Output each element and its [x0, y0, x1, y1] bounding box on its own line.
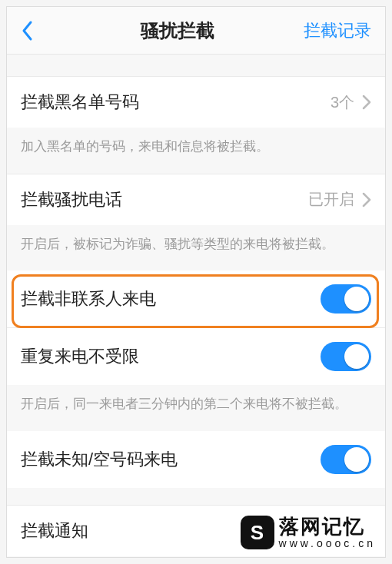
- watermark-icon: S: [241, 516, 274, 549]
- row-blacklist-right: 3个: [331, 92, 371, 113]
- row-noncontact: 拦截非联系人来电: [7, 270, 385, 327]
- watermark-text: 落网记忆 www.oooc.cn: [279, 516, 376, 549]
- back-chevron-icon: [21, 20, 33, 41]
- watermark-title: 落网记忆: [279, 516, 376, 536]
- toggle-unknown[interactable]: [321, 445, 371, 474]
- toggle-knob: [344, 344, 369, 369]
- row-notify-label: 拦截通知: [21, 519, 88, 542]
- chevron-right-icon: [362, 192, 371, 207]
- row-harass[interactable]: 拦截骚扰电话 已开启: [7, 174, 385, 225]
- row-harass-label: 拦截骚扰电话: [21, 188, 122, 211]
- navbar: 骚扰拦截 拦截记录: [7, 7, 385, 55]
- row-unknown-label: 拦截未知/空号码来电: [21, 448, 178, 471]
- toggle-repeat[interactable]: [321, 342, 371, 371]
- section-spacer: [7, 55, 385, 76]
- toggle-knob: [344, 287, 369, 311]
- toggle-knob: [344, 447, 369, 472]
- section-spacer: [7, 488, 385, 505]
- blocklist-history-link[interactable]: 拦截记录: [304, 19, 371, 42]
- settings-page: 骚扰拦截 拦截记录 拦截黑名单号码 3个 加入黑名单的号码，来电和信息将被拦截。…: [6, 6, 386, 558]
- row-harass-desc: 开启后，被标记为诈骗、骚扰等类型的来电将被拦截。: [7, 225, 385, 271]
- back-button[interactable]: [21, 20, 51, 41]
- row-blacklist[interactable]: 拦截黑名单号码 3个: [7, 76, 385, 128]
- row-repeat-desc: 开启后，同一来电者三分钟内的第二个来电将不被拦截。: [7, 385, 385, 431]
- row-blacklist-value: 3个: [331, 92, 354, 113]
- toggle-noncontact[interactable]: [321, 284, 371, 314]
- page-title: 骚扰拦截: [51, 18, 304, 43]
- row-repeat: 重复来电不受限: [7, 327, 385, 385]
- row-blacklist-desc: 加入黑名单的号码，来电和信息将被拦截。: [7, 128, 385, 174]
- row-blacklist-label: 拦截黑名单号码: [21, 91, 139, 114]
- row-repeat-label: 重复来电不受限: [21, 345, 139, 368]
- row-harass-right: 已开启: [308, 189, 371, 210]
- row-noncontact-label: 拦截非联系人来电: [21, 287, 156, 310]
- row-harass-value: 已开启: [308, 189, 354, 210]
- row-unknown: 拦截未知/空号码来电: [7, 431, 385, 488]
- watermark-url: www.oooc.cn: [279, 538, 376, 549]
- watermark: S 落网记忆 www.oooc.cn: [238, 514, 379, 551]
- chevron-right-icon: [362, 95, 371, 110]
